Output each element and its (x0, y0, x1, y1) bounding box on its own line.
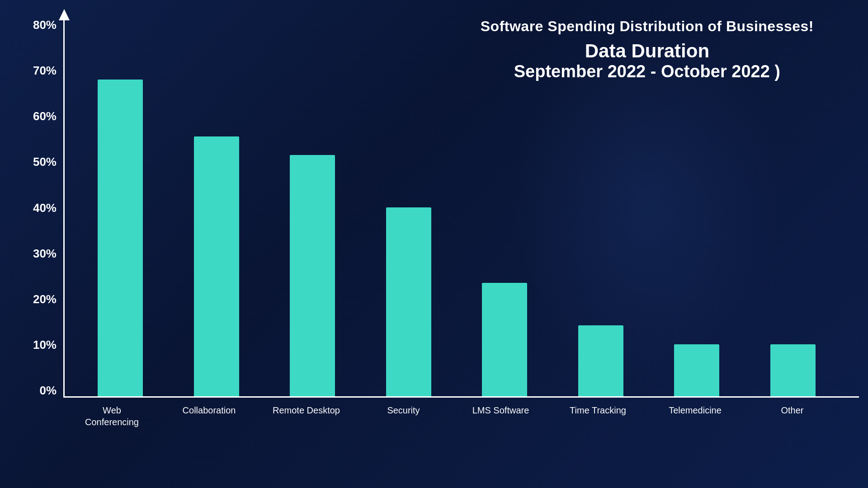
bar (674, 344, 719, 396)
bar (194, 136, 239, 396)
x-labels: WebConferencingCollaborationRemote Deskt… (63, 398, 841, 452)
x-label-group: Security (355, 398, 452, 452)
bar (386, 207, 431, 397)
y-axis-label: 80% (27, 18, 63, 32)
chart-area: 0%10%20%30%40%50%60%70%80% WebConferenci… (27, 18, 841, 452)
y-axis-label: 30% (27, 247, 63, 261)
bar-group (553, 18, 649, 396)
y-axis-label: 20% (27, 292, 63, 306)
x-axis-label: Time Tracking (570, 404, 626, 416)
y-axis-label: 60% (27, 109, 63, 123)
x-axis-label: WebConferencing (85, 404, 139, 428)
x-label-group: Collaboration (160, 398, 258, 452)
x-axis-label: Remote Desktop (273, 404, 340, 416)
bar-group (72, 18, 169, 396)
bar (770, 344, 816, 396)
x-axis-label: Telemedicine (669, 404, 722, 416)
x-label-group: Remote Desktop (258, 398, 355, 452)
bar-group (169, 18, 265, 396)
x-label-group: LMS Software (452, 398, 549, 452)
bar (482, 283, 527, 396)
y-axis-label: 50% (27, 155, 63, 169)
bar-group (361, 18, 457, 396)
x-axis-label: Security (387, 404, 420, 416)
x-label-group: Telemedicine (646, 398, 744, 452)
y-axis-label: 10% (27, 338, 63, 352)
y-axis-label: 70% (27, 64, 63, 78)
bar-group (745, 18, 841, 396)
x-axis-label: LMS Software (472, 404, 529, 416)
x-label-group: Other (744, 398, 841, 452)
bar-group (457, 18, 553, 396)
x-axis-label: Other (781, 404, 803, 416)
bar (578, 325, 623, 396)
y-axis-line (63, 18, 65, 398)
axis-container (63, 18, 841, 398)
bar-group (649, 18, 745, 396)
x-label-group: Time Tracking (549, 398, 646, 452)
bars-container (72, 18, 841, 398)
y-axis-labels: 0%10%20%30%40%50%60%70%80% (27, 18, 63, 398)
x-axis-label: Collaboration (183, 404, 236, 416)
y-axis-arrow (59, 9, 70, 20)
y-axis-label: 0% (27, 384, 63, 398)
bar (98, 80, 143, 396)
main-content: Software Spending Distribution of Busine… (0, 0, 868, 488)
bar-group (264, 18, 361, 396)
bar (290, 155, 335, 396)
x-label-group: WebConferencing (63, 398, 160, 452)
y-axis-label: 40% (27, 201, 63, 215)
